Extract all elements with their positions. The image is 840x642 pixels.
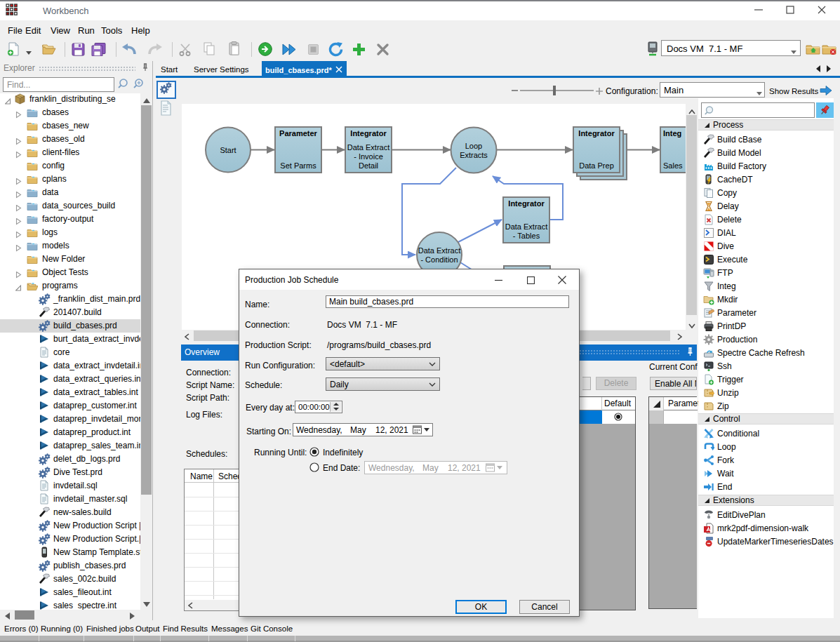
svg-text:Integrator: Integrator — [508, 199, 545, 208]
svg-text:Loop: Loop — [465, 142, 482, 150]
svg-text:- Tables: - Tables — [513, 232, 540, 240]
svg-text:Data Prep: Data Prep — [579, 161, 614, 170]
svg-text:Start: Start — [220, 146, 236, 154]
svg-text:Extracts: Extracts — [460, 151, 488, 159]
svg-text:- Invoice: - Invoice — [354, 152, 383, 161]
svg-text:Set Parms: Set Parms — [280, 161, 316, 170]
svg-text:Integrator: Integrator — [578, 129, 615, 138]
svg-text:Data Extract: Data Extract — [347, 143, 390, 152]
svg-text:- Condition: - Condition — [420, 255, 458, 264]
svg-text:Integ: Integ — [663, 129, 681, 138]
svg-text:Detail: Detail — [359, 161, 378, 170]
svg-text:Data Extract: Data Extract — [418, 246, 461, 255]
svg-text:Integrator: Integrator — [350, 129, 387, 138]
svg-text:Data Extract: Data Extract — [505, 222, 548, 231]
svg-text:Sales: Sales — [663, 161, 683, 170]
svg-text:Parameter: Parameter — [279, 129, 318, 138]
